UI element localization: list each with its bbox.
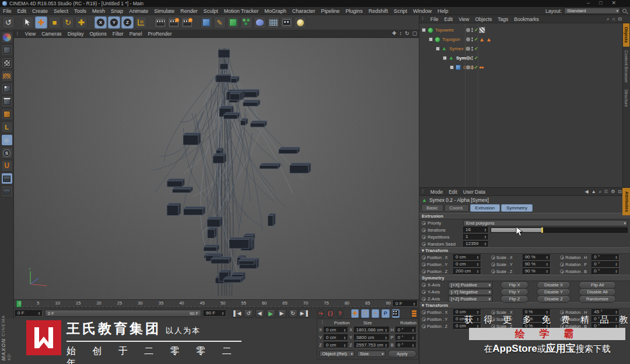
am-lock-icon[interactable]: ⚿ — [604, 189, 608, 195]
keyframe-circle-icon[interactable] — [560, 256, 564, 260]
object-row-symex[interactable]: -▲Symex✓ — [419, 54, 622, 62]
move-tool-icon[interactable]: ✚ — [35, 16, 47, 29]
menu-item-panel[interactable]: Panel — [127, 31, 145, 37]
start-frame-field[interactable]: 0 F▲▼ — [15, 310, 43, 317]
record-parameter-icon[interactable]: P — [382, 309, 389, 318]
value-field[interactable]: 0 °▲▼ — [396, 342, 417, 348]
pan-view-icon[interactable]: ✚ — [392, 30, 397, 36]
record-pla-icon[interactable] — [392, 309, 400, 318]
minimize-button[interactable]: – — [587, 0, 590, 6]
rotate-tool-icon[interactable]: ↻ — [62, 16, 74, 29]
lock-x-axis-icon[interactable]: X — [94, 16, 107, 29]
keyframe-circle-icon[interactable] — [422, 235, 426, 239]
keyframe-circle-icon[interactable] — [491, 256, 495, 260]
menu-item-view[interactable]: View — [456, 16, 472, 22]
keyframe-circle-icon[interactable] — [560, 262, 564, 267]
ruler-frame-field[interactable]: 0 F▲▼ — [393, 300, 418, 307]
menu-item-snap[interactable]: Snap — [108, 8, 126, 14]
flip-button[interactable]: Flip X — [501, 281, 528, 289]
extra-button[interactable]: Randomize — [579, 295, 616, 303]
value-field[interactable]: 90 %▲▼ — [523, 261, 551, 268]
am-panel-icon[interactable]: ⊡ — [618, 189, 622, 195]
menu-item-edit[interactable]: Edit — [446, 189, 460, 195]
axis-mode-dropdown[interactable]: [-Y] Negative▾ — [448, 289, 492, 295]
menu-item-cameras[interactable]: Cameras — [38, 31, 64, 37]
keyframe-circle-icon[interactable] — [491, 310, 495, 314]
menu-item-create[interactable]: Create — [29, 8, 51, 14]
phong-tag-icon[interactable]: ▲ — [479, 37, 485, 43]
expand-toggle-icon[interactable]: - — [422, 28, 426, 32]
render-view-icon[interactable] — [154, 16, 166, 29]
layout-dropdown[interactable]: Standard▾ — [564, 8, 620, 14]
slider-handle[interactable] — [541, 228, 543, 233]
undo-icon[interactable]: ↺ — [2, 16, 15, 29]
polygons-mode-icon[interactable] — [1, 108, 13, 120]
tab-basic[interactable]: Basic — [421, 204, 443, 212]
search-icon[interactable] — [622, 9, 626, 13]
random-seed-field[interactable]: 12359▲▼ — [463, 241, 489, 247]
menu-item-edit[interactable]: Edit — [442, 16, 456, 22]
value-field[interactable]: 200 cm▲▼ — [453, 268, 481, 275]
autokey-icon[interactable]: ( ) — [327, 309, 334, 318]
preview-range-slider[interactable]: 0 F 90 F — [45, 310, 201, 317]
priority-dropdown[interactable]: End polygons▾ — [463, 220, 628, 226]
record-scale-icon[interactable]: □ — [361, 309, 369, 318]
viewport-canvas[interactable]: Y — [14, 38, 419, 299]
value-field[interactable]: 0 °▲▼ — [592, 268, 620, 275]
om-search-icon[interactable]: ⌕ — [607, 16, 609, 22]
menu-item-pipeline[interactable]: Pipeline — [318, 8, 342, 14]
close-button[interactable]: ✕ — [611, 0, 616, 6]
menu-item-animate[interactable]: Animate — [126, 8, 151, 14]
play-icon[interactable]: ▶ — [267, 309, 275, 318]
value-field[interactable]: 0 °▲▼ — [592, 261, 620, 268]
keyframe-circle-icon[interactable] — [422, 283, 426, 287]
object-row-topowire[interactable]: -Topowire✓ — [419, 26, 622, 34]
texture-tag-icon[interactable] — [479, 27, 485, 33]
add-cube-icon[interactable] — [200, 16, 212, 29]
enable-axis-icon[interactable]: L — [1, 121, 13, 133]
menu-item-select[interactable]: Select — [51, 8, 71, 14]
next-frame-icon[interactable]: ▶ — [278, 309, 286, 318]
value-field[interactable]: 1801.086 cm▲▼ — [354, 327, 390, 333]
side-tab-objects[interactable]: Objects — [623, 23, 629, 47]
menu-item-mode[interactable]: Mode — [428, 189, 446, 195]
expand-toggle-icon[interactable]: - — [429, 37, 433, 41]
rotate-view-icon[interactable]: ↻ — [405, 30, 410, 36]
workplane-mode-icon[interactable] — [1, 70, 13, 82]
keyframe-circle-icon[interactable] — [422, 242, 426, 246]
menu-item-render[interactable]: Render — [177, 8, 201, 14]
goto-end-icon[interactable]: ▶▐ — [300, 309, 309, 318]
snap-icon[interactable]: S — [1, 147, 13, 159]
model-mode-icon[interactable] — [1, 44, 13, 56]
menu-item-mesh[interactable]: Mesh — [89, 8, 108, 14]
symmetry-section-header[interactable]: Symmetry — [419, 275, 630, 281]
menu-item-objects[interactable]: Objects — [473, 16, 495, 22]
object-row-symex-1[interactable]: -▲Symex 1✓ — [419, 44, 622, 53]
keyframe-circle-icon[interactable] — [491, 270, 495, 274]
visibility-toggles[interactable]: ✓ — [466, 46, 478, 51]
coordinate-system-icon[interactable] — [135, 16, 147, 29]
value-field[interactable]: 90 %▲▼ — [523, 254, 551, 261]
extra-button[interactable]: Flip All — [579, 281, 616, 289]
menu-item-bookmarks[interactable]: Bookmarks — [511, 16, 542, 22]
am-up-icon[interactable]: ▲ — [592, 189, 596, 195]
value-field[interactable]: 0 °▲▼ — [592, 254, 620, 261]
keyframe-circle-icon[interactable] — [422, 221, 426, 225]
keyframe-circle-icon[interactable] — [422, 317, 426, 321]
points-mode-icon[interactable] — [1, 83, 13, 94]
side-tab-content-browser[interactable]: Content Browser — [623, 47, 629, 86]
disable-button[interactable]: Disable Y — [537, 288, 570, 296]
record-position-icon[interactable]: ✚ — [351, 309, 359, 318]
side-tab-structure[interactable]: Structure — [623, 86, 629, 110]
value-field[interactable]: 3800 cm▲▼ — [354, 334, 390, 341]
render-settings-icon[interactable] — [181, 16, 193, 29]
menu-item-mograph[interactable]: MoGraph — [261, 8, 289, 14]
menu-item-file[interactable]: File — [428, 16, 442, 22]
menu-item-tools[interactable]: Tools — [71, 8, 89, 14]
camera-icon[interactable] — [281, 16, 293, 29]
menu-item-redshift[interactable]: Redshift — [366, 8, 391, 14]
add-deformer-icon[interactable] — [254, 16, 266, 29]
panel-grip-icon[interactable]: ⠇ — [419, 16, 428, 22]
end-frame-field[interactable]: 90 F▲▼ — [204, 310, 226, 317]
loop-icon[interactable]: ↻ — [289, 309, 298, 318]
